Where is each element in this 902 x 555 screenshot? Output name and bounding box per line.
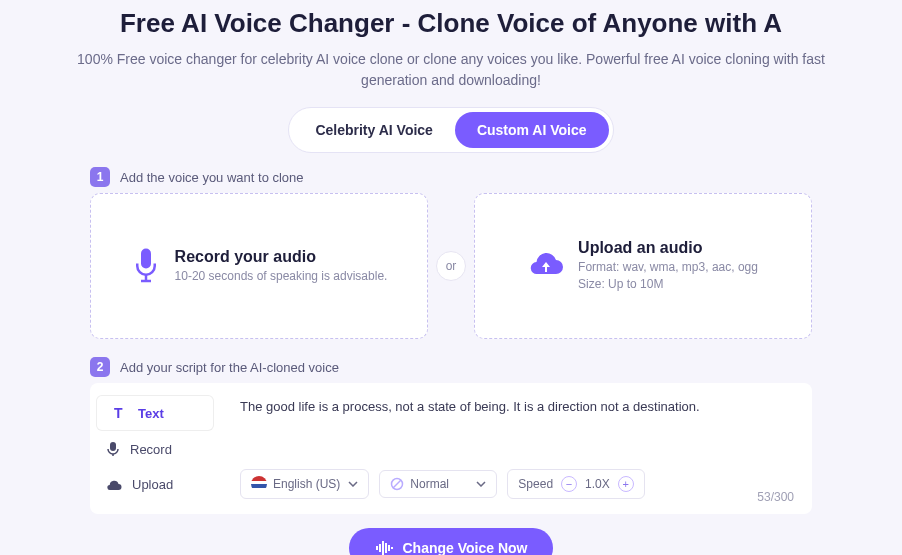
- script-textarea[interactable]: The good life is a process, not a state …: [240, 397, 792, 461]
- step1-header: 1 Add the voice you want to clone: [90, 167, 812, 187]
- style-value: Normal: [410, 477, 449, 491]
- script-tab-text[interactable]: T Text: [96, 395, 214, 431]
- upload-card-line1: Format: wav, wma, mp3, aac, ogg: [578, 259, 758, 276]
- or-divider: or: [436, 251, 466, 281]
- step2-header: 2 Add your script for the AI-cloned voic…: [90, 357, 812, 377]
- flag-us-icon: [251, 476, 267, 492]
- upload-audio-card[interactable]: Upload an audio Format: wav, wma, mp3, a…: [474, 193, 812, 339]
- cta-label: Change Voice Now: [403, 540, 528, 555]
- svg-text:T: T: [114, 405, 123, 421]
- speed-control: Speed − 1.0X +: [507, 469, 644, 499]
- language-select[interactable]: English (US): [240, 469, 369, 499]
- speed-increase-button[interactable]: +: [618, 476, 634, 492]
- step2-number: 2: [90, 357, 110, 377]
- microphone-small-icon: [106, 441, 120, 457]
- script-tab-upload[interactable]: Upload: [90, 467, 220, 502]
- script-tab-record-label: Record: [130, 442, 172, 457]
- tab-custom[interactable]: Custom AI Voice: [455, 112, 609, 148]
- microphone-icon: [131, 246, 161, 286]
- svg-line-7: [393, 480, 401, 488]
- record-card-subtitle: 10-20 seconds of speaking is advisable.: [175, 268, 388, 285]
- style-select[interactable]: Normal: [379, 470, 497, 498]
- upload-card-title: Upload an audio: [578, 239, 758, 257]
- voice-mode-tabs: Celebrity AI Voice Custom AI Voice: [288, 107, 613, 153]
- step1-label: Add the voice you want to clone: [120, 170, 304, 185]
- record-audio-card[interactable]: Record your audio 10-20 seconds of speak…: [90, 193, 428, 339]
- speed-decrease-button[interactable]: −: [561, 476, 577, 492]
- record-card-title: Record your audio: [175, 248, 388, 266]
- svg-rect-0: [141, 249, 151, 269]
- svg-rect-4: [110, 442, 116, 451]
- script-tabs: T Text Record Upload: [90, 383, 220, 514]
- step1-number: 1: [90, 167, 110, 187]
- chevron-down-icon: [476, 481, 486, 487]
- script-tab-upload-label: Upload: [132, 477, 173, 492]
- script-tab-text-label: Text: [138, 406, 164, 421]
- step2-label: Add your script for the AI-cloned voice: [120, 360, 339, 375]
- page-title: Free AI Voice Changer - Clone Voice of A…: [40, 8, 862, 39]
- char-count: 53/300: [757, 490, 794, 504]
- waveform-icon: [375, 540, 393, 555]
- tab-celebrity[interactable]: Celebrity AI Voice: [293, 112, 454, 148]
- cloud-upload-icon: [528, 252, 564, 280]
- page-subtitle: 100% Free voice changer for celebrity AI…: [71, 49, 831, 91]
- text-icon: T: [112, 405, 128, 421]
- change-voice-button[interactable]: Change Voice Now: [349, 528, 554, 555]
- speed-label: Speed: [518, 477, 553, 491]
- language-value: English (US): [273, 477, 340, 491]
- script-tab-record[interactable]: Record: [90, 431, 220, 467]
- chevron-down-icon: [348, 481, 358, 487]
- circle-slash-icon: [390, 477, 404, 491]
- cloud-small-icon: [106, 479, 122, 491]
- script-block: T Text Record Upload The good life is a …: [90, 383, 812, 514]
- upload-card-line2: Size: Up to 10M: [578, 276, 758, 293]
- speed-value: 1.0X: [585, 477, 610, 491]
